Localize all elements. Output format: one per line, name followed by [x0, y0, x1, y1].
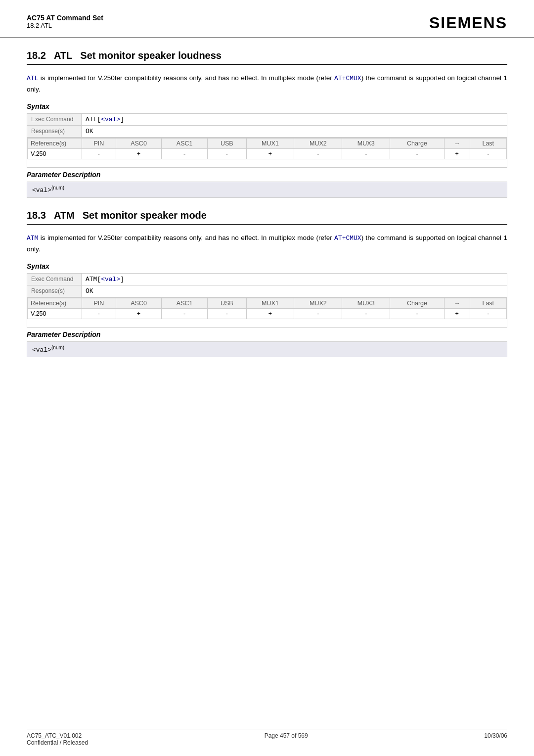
response-label-2: Response(s)	[27, 285, 82, 297]
ref-mux1-val-2: +	[246, 309, 294, 319]
ref-col-pin-h1: PIN	[82, 139, 116, 149]
section-18-2-command: ATL	[54, 50, 72, 61]
header-left: AC75 AT Command Set 18.2 ATL	[27, 14, 103, 29]
ref-charge-val-1: -	[390, 149, 445, 159]
ref-section-1: Reference(s) PIN ASC0 ASC1 USB MUX1 MUX2…	[27, 138, 507, 159]
section-18-2-description: Set monitor speaker loudness	[80, 50, 222, 61]
exec-command-label-1: Exec Command	[27, 114, 82, 125]
ref-table-1: Reference(s) PIN ASC0 ASC1 USB MUX1 MUX2…	[27, 138, 507, 159]
section-18-2-heading: 18.2 ATL Set monitor speaker loudness	[27, 50, 507, 65]
section-18-3-description: Set monitor speaker mode	[83, 210, 207, 221]
ref-pin-val-1: -	[82, 149, 116, 159]
param-box-2: <val>(num)	[27, 341, 507, 357]
exec-command-value-2: ATM[<val>]	[82, 274, 507, 285]
main-content: 18.2 ATL Set monitor speaker loudness AT…	[0, 38, 534, 357]
ref-col-arrow-h2: →	[444, 298, 470, 309]
param-box-1: <val>(num)	[27, 182, 507, 197]
ref-usb-val-1: -	[208, 149, 247, 159]
exec-command-row-1: Exec Command ATL[<val>]	[27, 114, 507, 126]
ref-col-charge-h1: Charge	[390, 139, 445, 149]
ref-col-charge-h2: Charge	[390, 298, 445, 309]
ref-col-mux1-h1: MUX1	[246, 139, 294, 149]
ref-value-row-1: V.250 - + - - + - - - + -	[28, 149, 507, 159]
ref-header-row-1: Reference(s) PIN ASC0 ASC1 USB MUX1 MUX2…	[28, 139, 507, 149]
response-label-1: Response(s)	[27, 126, 82, 137]
ref-arrow-val-1: +	[444, 149, 470, 159]
atm-link[interactable]: ATM	[27, 235, 38, 242]
ref-col-last-h1: Last	[470, 139, 506, 149]
response-value-1: OK	[82, 126, 507, 137]
exec-command-label-2: Exec Command	[27, 274, 82, 285]
section-18-2-syntax-block: Exec Command ATL[<val>] Response(s) OK R…	[27, 113, 507, 168]
section-18-2-body: ATL is implemented for V.250ter compatib…	[27, 73, 507, 94]
ref-last-val-1: -	[470, 149, 506, 159]
ref-section-2: Reference(s) PIN ASC0 ASC1 USB MUX1 MUX2…	[27, 297, 507, 319]
ref-col-mux3-h2: MUX3	[342, 298, 390, 309]
val-code-1: <val>	[101, 116, 120, 123]
ref-col-usb-h2: USB	[208, 298, 247, 309]
ref-col-arrow-h1: →	[444, 139, 470, 149]
section-18-3-number: 18.3	[27, 210, 46, 221]
exec-command-row-2: Exec Command ATM[<val>]	[27, 274, 507, 285]
ref-mux3-val-2: -	[342, 309, 390, 319]
section-18-2-syntax-label: Syntax	[27, 102, 507, 110]
ref-col-mux2-h1: MUX2	[294, 139, 342, 149]
ref-asc1-val-1: -	[162, 149, 208, 159]
ref-table-2: Reference(s) PIN ASC0 ASC1 USB MUX1 MUX2…	[27, 298, 507, 319]
response-row-2: Response(s) OK	[27, 285, 507, 297]
ref-last-val-2: -	[470, 309, 506, 319]
ref-col-mux3-h1: MUX3	[342, 139, 390, 149]
param-sup-2: (num)	[51, 345, 64, 350]
ref-mux2-val-1: -	[294, 149, 342, 159]
atl-link[interactable]: ATL	[27, 75, 38, 82]
header-subtitle: 18.2 ATL	[27, 22, 103, 29]
section-18-3-body: ATM is implemented for V.250ter compatib…	[27, 233, 507, 254]
ref-mux3-val-1: -	[342, 149, 390, 159]
param-sup-1: (num)	[51, 185, 64, 190]
exec-command-value-1: ATL[<val>]	[82, 114, 507, 125]
ref-value-row-2: V.250 - + - - + - - - + -	[28, 309, 507, 319]
ref-pin-val-2: -	[82, 309, 116, 319]
ref-usb-val-2: -	[208, 309, 247, 319]
section-18-3-syntax-block: Exec Command ATM[<val>] Response(s) OK R…	[27, 273, 507, 328]
page-header: AC75 AT Command Set 18.2 ATL SIEMENS	[0, 0, 534, 38]
section-18-2: 18.2 ATL Set monitor speaker loudness AT…	[27, 50, 507, 198]
footer-left: AC75_ATC_V01.002 Confidential / Released	[27, 732, 88, 746]
ref-arrow-val-2: +	[444, 309, 470, 319]
val-code-2: <val>	[101, 276, 120, 283]
response-row-1: Response(s) OK	[27, 126, 507, 138]
ref-col-pin-h2: PIN	[82, 298, 116, 309]
ref-ref-val-1: V.250	[28, 149, 82, 159]
ref-asc0-val-1: +	[116, 149, 162, 159]
ref-col-asc1-h1: ASC1	[162, 139, 208, 149]
ref-col-asc0-h2: ASC0	[116, 298, 162, 309]
response-value-2: OK	[82, 285, 507, 297]
page-footer: AC75_ATC_V01.002 Confidential / Released…	[27, 729, 507, 746]
ref-ref-val-2: V.250	[28, 309, 82, 319]
ref-label-cell-1: Reference(s)	[28, 139, 82, 149]
footer-doc-id: AC75_ATC_V01.002	[27, 732, 88, 739]
ref-col-usb-h1: USB	[208, 139, 247, 149]
at-cmux-link-1[interactable]: AT+CMUX	[334, 75, 361, 82]
ref-label-cell-2: Reference(s)	[28, 298, 82, 309]
ref-asc1-val-2: -	[162, 309, 208, 319]
footer-confidential: Confidential / Released	[27, 739, 88, 746]
at-cmux-link-2[interactable]: AT+CMUX	[334, 235, 361, 242]
section-18-3-syntax-label: Syntax	[27, 262, 507, 270]
ref-col-mux1-h2: MUX1	[246, 298, 294, 309]
ref-col-asc0-h1: ASC0	[116, 139, 162, 149]
ref-mux2-val-2: -	[294, 309, 342, 319]
section-18-3-command: ATM	[54, 210, 75, 221]
footer-page: Page 457 of 569	[265, 732, 308, 746]
ref-asc0-val-2: +	[116, 309, 162, 319]
param-label-1: Parameter Description	[27, 171, 507, 179]
ref-charge-val-2: -	[390, 309, 445, 319]
section-18-2-number: 18.2	[27, 50, 46, 61]
header-title: AC75 AT Command Set	[27, 14, 103, 22]
ref-header-row-2: Reference(s) PIN ASC0 ASC1 USB MUX1 MUX2…	[28, 298, 507, 309]
ref-col-mux2-h2: MUX2	[294, 298, 342, 309]
section-18-3: 18.3 ATM Set monitor speaker mode ATM is…	[27, 210, 507, 358]
param-label-2: Parameter Description	[27, 331, 507, 338]
ref-col-asc1-h2: ASC1	[162, 298, 208, 309]
ref-mux1-val-1: +	[246, 149, 294, 159]
